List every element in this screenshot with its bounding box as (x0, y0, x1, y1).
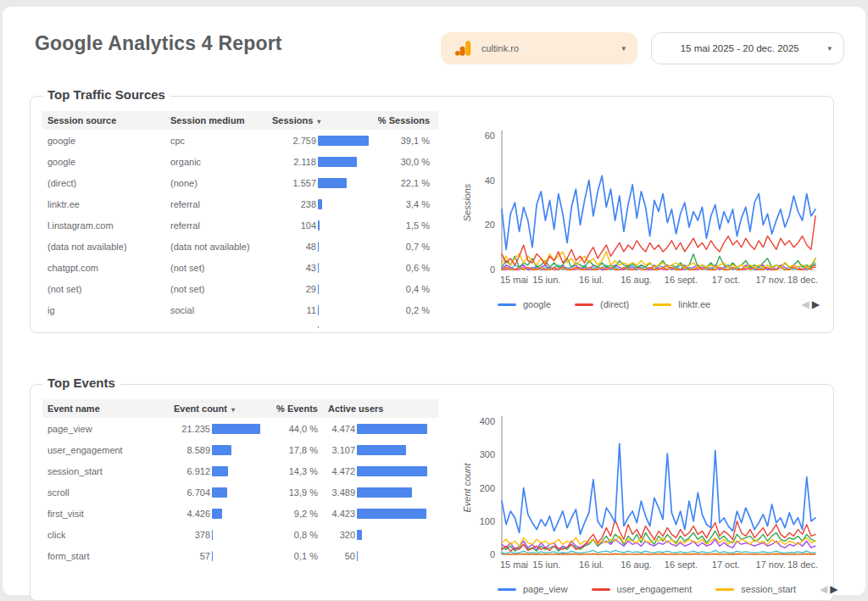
session-source-cell: (direct) (42, 178, 170, 188)
events-chart-legend: page_viewuser_engagementsession_start ◀ … (498, 583, 820, 595)
session-source-cell: (not set) (42, 284, 170, 294)
legend-pager: ◀ ▶ (820, 583, 837, 595)
sessions-bar (316, 326, 374, 329)
legend-prev-page-icon[interactable]: ◀ (802, 298, 810, 310)
table-row[interactable]: (data not available) (data not available… (42, 236, 438, 257)
table-row[interactable]: ig social 11 0,2 % (42, 299, 438, 320)
table-row[interactable]: (direct) (none) 1.557 22,1 % (42, 172, 438, 193)
session-source-cell: ig (42, 305, 170, 315)
legend-next-page-icon[interactable]: ▶ (830, 583, 837, 595)
session-source-cell: (data not available) (42, 242, 170, 252)
table-row[interactable]: google organic 2.118 30,0 % (42, 151, 438, 172)
series-line-(direct) (502, 216, 815, 265)
sessions-value-cell: 2.759 (272, 136, 316, 146)
event-count-cell: 6.704 (136, 487, 210, 498)
report-page: Google Analytics 4 Report cultink.ro ▾ 1… (3, 7, 865, 595)
session-source-cell: google (42, 136, 170, 146)
table-row[interactable]: click 378 0,8 % 320 (42, 524, 438, 545)
column-header-pct-sessions[interactable]: % Sessions (374, 115, 430, 125)
session-medium-cell: (not set) (170, 284, 272, 294)
event-count-bar (210, 424, 265, 434)
event-count-cell: 378 (136, 530, 210, 540)
column-header-active-users[interactable]: Active users (318, 403, 430, 414)
series-line-page_view (502, 443, 815, 534)
session-medium-cell: (not set) (170, 263, 272, 273)
table-row[interactable]: form_start 57 0,1 % 50 (42, 545, 438, 566)
sessions-bar (316, 136, 374, 146)
session-medium-cell: referral (170, 199, 272, 209)
sessions-pct-cell: 0,4 % (374, 284, 430, 294)
x-axis-tick-label: 16 aug. (620, 275, 652, 285)
sessions-value-cell: 2.118 (272, 157, 316, 167)
x-axis-tick-label: 17 oct. (712, 275, 740, 285)
y-axis-tick-label: 0 (490, 264, 495, 275)
table-row[interactable]: page_view 21.235 44,0 % 4.474 (42, 418, 438, 439)
column-header-event-name[interactable]: Event name (42, 403, 136, 414)
x-axis-tick-label: 15 mai (500, 559, 528, 570)
legend-item-linktr.ee[interactable]: linktr.ee (653, 299, 710, 309)
y-axis-tick-label: 20 (485, 220, 495, 230)
legend-item-session_start[interactable]: session_start (715, 584, 796, 594)
column-header-session-source[interactable]: Session source (42, 115, 170, 125)
table-row[interactable]: session_start 6.912 14,3 % 4.472 (42, 460, 438, 481)
legend-prev-page-icon[interactable]: ◀ (820, 583, 827, 595)
date-range-picker[interactable]: 15 mai 2025 - 20 dec. 2025 ▾ (651, 32, 844, 64)
google-analytics-icon (454, 39, 473, 58)
legend-swatch-icon (592, 588, 610, 591)
traffic-table-body: google cpc 2.759 39,1 % google organic 2… (42, 130, 438, 328)
y-axis-title: Event count (462, 463, 472, 513)
x-axis-tick-label: 16 aug. (620, 559, 652, 570)
legend-item-user_engagement[interactable]: user_engagement (592, 584, 693, 594)
session-source-cell: google (42, 157, 170, 167)
table-row[interactable]: user_engagement 8.589 17,8 % 3.107 (42, 439, 438, 460)
sessions-pct-cell: 0,3 % (374, 326, 430, 329)
legend-item-page_view[interactable]: page_view (498, 584, 568, 594)
account-selector-label: cultink.ro (481, 43, 621, 53)
table-row[interactable]: (not set) (not set) 21 0,3 % (42, 320, 438, 328)
legend-label: page_view (523, 584, 568, 594)
sessions-bar (316, 199, 374, 209)
chevron-down-icon: ▾ (621, 44, 626, 53)
legend-swatch-icon (575, 303, 593, 306)
sessions-pct-cell: 1,5 % (374, 220, 430, 231)
event-name-cell: click (42, 530, 136, 540)
section-title-events: Top Events (42, 376, 120, 390)
column-header-pct-events[interactable]: % Events (265, 403, 318, 414)
event-count-cell: 8.589 (136, 445, 210, 455)
active-users-cell: 4.472 (318, 466, 355, 476)
sessions-value-cell: 43 (272, 263, 316, 273)
sessions-bar (316, 242, 374, 252)
column-header-session-medium[interactable]: Session medium (170, 115, 272, 125)
table-row[interactable]: google cpc 2.759 39,1 % (42, 130, 438, 151)
event-name-cell: first_visit (42, 509, 136, 519)
table-row[interactable]: (not set) (not set) 29 0,4 % (42, 278, 438, 299)
legend-item-google[interactable]: google (498, 299, 551, 309)
active-users-bar (355, 530, 430, 540)
legend-swatch-icon (498, 303, 516, 306)
column-header-event-count[interactable]: Event count▾ (136, 403, 265, 414)
sessions-value-cell: 11 (272, 305, 316, 315)
legend-next-page-icon[interactable]: ▶ (812, 298, 820, 310)
session-medium-cell: (data not available) (170, 242, 272, 252)
events-pct-cell: 14,3 % (265, 466, 318, 476)
table-row[interactable]: l.instagram.com referral 104 1,5 % (42, 214, 438, 236)
sessions-bar (316, 157, 374, 167)
legend-item-(direct)[interactable]: (direct) (575, 299, 629, 309)
account-selector[interactable]: cultink.ro ▾ (441, 32, 637, 64)
legend-swatch-icon (653, 303, 671, 306)
events-pct-cell: 13,9 % (265, 487, 318, 498)
y-axis-tick-label: 0 (490, 549, 495, 559)
sessions-pct-cell: 0,7 % (374, 242, 430, 252)
sessions-pct-cell: 0,6 % (374, 263, 430, 273)
active-users-cell: 4.423 (318, 509, 355, 519)
column-header-sessions[interactable]: Sessions▾ (272, 115, 374, 125)
legend-pager: ◀ ▶ (802, 298, 820, 310)
table-row[interactable]: chatgpt.com (not set) 43 0,6 % (42, 257, 438, 278)
traffic-chart-legend: google(direct)linktr.ee ◀ ▶ (498, 298, 820, 310)
table-row[interactable]: linktr.ee referral 238 3,4 % (42, 193, 438, 214)
active-users-cell: 3.489 (318, 487, 355, 498)
active-users-bar (355, 424, 430, 434)
table-row[interactable]: scroll 6.704 13,9 % 3.489 (42, 481, 438, 503)
x-axis-tick-label: 15 iun. (532, 275, 560, 285)
table-row[interactable]: first_visit 4.426 9,2 % 4.423 (42, 503, 438, 524)
